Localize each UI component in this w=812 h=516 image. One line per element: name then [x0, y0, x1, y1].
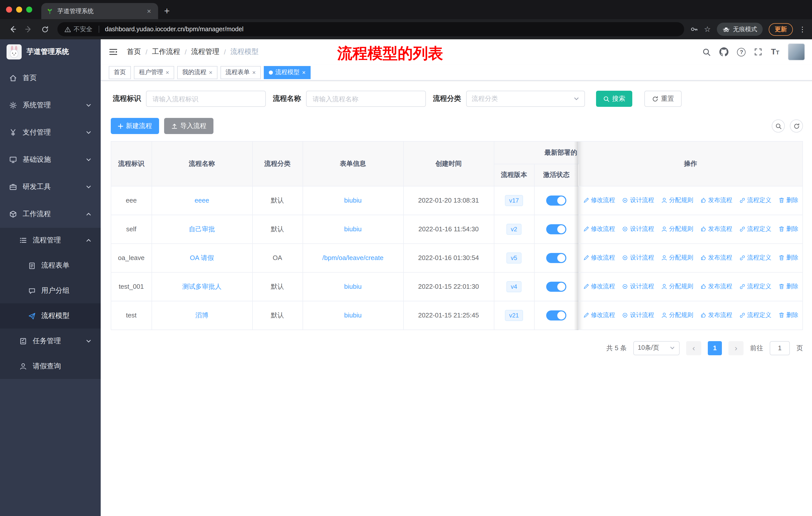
collapse-sidebar-button[interactable]	[109, 48, 118, 56]
sidebar-item-system[interactable]: 系统管理	[0, 92, 101, 119]
status-toggle[interactable]	[546, 253, 566, 263]
breadcrumb-home[interactable]: 首页	[127, 47, 141, 56]
assign-rule-link[interactable]: 分配规则	[661, 253, 693, 262]
tag-process-form[interactable]: 流程表单 ×	[221, 66, 261, 79]
close-window-button[interactable]	[6, 6, 12, 12]
tag-close-icon[interactable]: ×	[252, 69, 256, 76]
process-id-input[interactable]	[146, 91, 266, 107]
deploy-model-link[interactable]: 发布流程	[700, 224, 732, 233]
process-definition-link[interactable]: 流程定义	[739, 311, 771, 319]
reload-button[interactable]	[38, 23, 51, 36]
sidebar-item-workflow[interactable]: 工作流程	[0, 200, 101, 228]
design-model-link[interactable]: 设计流程	[622, 282, 654, 291]
sidebar-item-process-manage[interactable]: 流程管理	[0, 228, 101, 253]
sidebar-item-user-group[interactable]: 用户分组	[0, 278, 101, 303]
delete-model-link[interactable]: 删除	[778, 311, 799, 319]
status-toggle[interactable]	[546, 281, 566, 292]
design-model-link[interactable]: 设计流程	[622, 196, 654, 204]
bookmark-star-icon[interactable]: ☆	[704, 25, 711, 34]
sidebar-item-devtools[interactable]: 研发工具	[0, 173, 101, 200]
page-number-1[interactable]: 1	[708, 341, 722, 355]
minimize-window-button[interactable]	[16, 6, 22, 12]
font-size-icon[interactable]: TT	[771, 47, 779, 56]
tag-close-icon[interactable]: ×	[166, 69, 169, 76]
form-info-link[interactable]: biubiu	[344, 196, 361, 204]
design-model-link[interactable]: 设计流程	[622, 253, 654, 262]
edit-model-link[interactable]: 修改流程	[583, 282, 615, 291]
tag-tenant-manage[interactable]: 租户管理 ×	[134, 66, 174, 79]
breadcrumb-process-manage[interactable]: 流程管理	[191, 47, 220, 56]
next-page-button[interactable]: ›	[728, 341, 744, 355]
page-size-select[interactable]: 10条/页	[633, 341, 679, 355]
delete-model-link[interactable]: 删除	[778, 196, 799, 204]
design-model-link[interactable]: 设计流程	[622, 311, 654, 319]
tag-my-process[interactable]: 我的流程 ×	[177, 66, 218, 79]
address-bar[interactable]: 不安全 dashboard.yudao.iocoder.cn/bpm/manag…	[57, 22, 684, 36]
delete-model-link[interactable]: 删除	[778, 224, 799, 233]
design-model-link[interactable]: 设计流程	[622, 224, 654, 233]
forward-button[interactable]	[22, 23, 35, 36]
new-tab-button[interactable]: +	[164, 5, 170, 17]
deploy-model-link[interactable]: 发布流程	[700, 196, 732, 204]
sidebar-item-process-model[interactable]: 流程模型	[0, 303, 101, 329]
model-name-link[interactable]: eeee	[195, 196, 209, 204]
form-info-link[interactable]: biubiu	[344, 283, 361, 290]
browser-menu-icon[interactable]: ⋮	[799, 25, 806, 33]
security-indicator[interactable]: 不安全	[64, 25, 92, 33]
model-name-link[interactable]: OA 请假	[190, 254, 214, 261]
search-button[interactable]: 搜索	[596, 91, 632, 107]
status-toggle[interactable]	[546, 195, 566, 205]
sidebar-item-infrastructure[interactable]: 基础设施	[0, 146, 101, 173]
process-definition-link[interactable]: 流程定义	[739, 253, 771, 262]
process-definition-link[interactable]: 流程定义	[739, 282, 771, 291]
process-name-input[interactable]	[306, 91, 426, 107]
password-key-icon[interactable]	[690, 25, 698, 33]
sidebar-logo[interactable]: 芋道管理系统	[0, 39, 101, 64]
create-process-button[interactable]: 新建流程	[111, 118, 159, 134]
process-definition-link[interactable]: 流程定义	[739, 224, 771, 233]
assign-rule-link[interactable]: 分配规则	[661, 311, 693, 319]
import-process-button[interactable]: 导入流程	[164, 118, 213, 134]
process-definition-link[interactable]: 流程定义	[739, 196, 771, 204]
process-category-select[interactable]: 流程分类	[466, 91, 585, 107]
back-button[interactable]	[6, 23, 19, 36]
tag-process-model[interactable]: 流程模型 ×	[264, 66, 311, 79]
user-avatar[interactable]	[788, 43, 805, 60]
deploy-model-link[interactable]: 发布流程	[700, 253, 732, 262]
goto-page-input[interactable]	[770, 341, 790, 355]
sidebar-item-payment[interactable]: 支付管理	[0, 119, 101, 146]
reset-button[interactable]: 重置	[644, 91, 682, 107]
fullscreen-icon[interactable]	[754, 48, 762, 56]
edit-model-link[interactable]: 修改流程	[583, 196, 615, 204]
toggle-search-button[interactable]	[772, 119, 785, 133]
edit-model-link[interactable]: 修改流程	[583, 224, 615, 233]
status-toggle[interactable]	[546, 310, 566, 320]
help-icon[interactable]: ?	[737, 48, 746, 56]
update-browser-button[interactable]: 更新	[769, 23, 793, 35]
sidebar-item-leave-query[interactable]: 请假查询	[0, 354, 101, 379]
delete-model-link[interactable]: 删除	[778, 253, 799, 262]
model-name-link[interactable]: 滔博	[195, 311, 208, 319]
prev-page-button[interactable]: ‹	[686, 341, 701, 355]
zoom-window-button[interactable]	[26, 6, 32, 12]
tag-close-icon[interactable]: ×	[209, 69, 212, 76]
sidebar-item-home[interactable]: 首页	[0, 64, 101, 92]
github-icon[interactable]	[720, 47, 729, 56]
tab-close-icon[interactable]: ×	[145, 7, 153, 15]
status-toggle[interactable]	[546, 224, 566, 234]
search-icon[interactable]	[702, 48, 711, 56]
form-info-link[interactable]: biubiu	[344, 311, 361, 319]
edit-model-link[interactable]: 修改流程	[583, 253, 615, 262]
deploy-model-link[interactable]: 发布流程	[700, 282, 732, 291]
assign-rule-link[interactable]: 分配规则	[661, 282, 693, 291]
assign-rule-link[interactable]: 分配规则	[661, 224, 693, 233]
edit-model-link[interactable]: 修改流程	[583, 311, 615, 319]
assign-rule-link[interactable]: 分配规则	[661, 196, 693, 204]
model-name-link[interactable]: 测试多审批人	[182, 282, 222, 290]
tag-home[interactable]: 首页	[109, 66, 131, 79]
form-info-link[interactable]: /bpm/oa/leave/create	[322, 254, 384, 262]
delete-model-link[interactable]: 删除	[778, 282, 799, 291]
deploy-model-link[interactable]: 发布流程	[700, 311, 732, 319]
sidebar-item-process-form[interactable]: 流程表单	[0, 253, 101, 278]
form-info-link[interactable]: biubiu	[344, 225, 361, 233]
